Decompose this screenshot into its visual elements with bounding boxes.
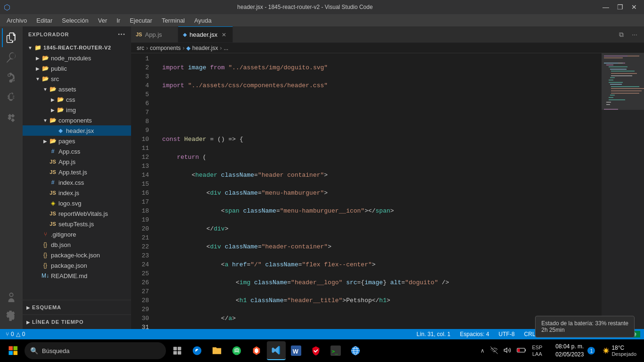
esquema-label: ESQUEMA [32, 304, 61, 310]
weather-widget[interactable]: ☀️ 18°C Despejado [599, 345, 640, 357]
menu-terminal[interactable]: Terminal [157, 16, 190, 25]
sidebar-item-css-folder[interactable]: ▶ 📂 css [23, 94, 131, 105]
menu-archivo[interactable]: Archivo [2, 16, 32, 25]
music-app-button[interactable] [227, 341, 246, 360]
svg-rect-25 [604, 109, 618, 110]
sidebar-section-esquema: ▶ ESQUEMA [23, 300, 131, 314]
sidebar-item-index-js[interactable]: JS index.js [23, 188, 131, 198]
globe-button[interactable] [346, 341, 365, 360]
taskbar-search[interactable]: 🔍 Búsqueda [25, 342, 166, 359]
sidebar-item-db-json[interactable]: {} db.json [23, 239, 131, 250]
split-editor-button[interactable]: ⧉ [616, 29, 627, 40]
menu-ejecutar[interactable]: Ejecutar [125, 16, 157, 25]
code-content[interactable]: import image from "../assets/img/doguito… [155, 53, 602, 329]
network-icon[interactable] [488, 346, 500, 355]
battery-icon[interactable] [515, 347, 528, 354]
maximize-button[interactable]: ❐ [614, 2, 626, 12]
brave-browser-button[interactable] [247, 341, 266, 360]
svg-rect-13 [609, 80, 613, 81]
tab-close-button[interactable]: ✕ [220, 31, 228, 39]
edge-browser-button[interactable] [188, 341, 206, 360]
breadcrumb-components[interactable]: components [150, 45, 181, 51]
sidebar-item-assets[interactable]: ▼ 📂 assets [23, 84, 131, 94]
tab-label-app-js: App.js [145, 31, 162, 38]
breadcrumb-symbol[interactable]: ... [223, 45, 228, 51]
menu-seleccion[interactable]: Selección [57, 16, 93, 25]
svg-rect-31 [178, 347, 182, 351]
sidebar-item-setup-tests[interactable]: JS setupTests.js [23, 219, 131, 229]
css-folder-label: css [66, 96, 75, 103]
sidebar-item-package-json[interactable]: {} package.json [23, 260, 131, 271]
components-label: components [58, 117, 92, 124]
extensions-activity-icon[interactable] [2, 107, 21, 126]
terminal-taskbar-button[interactable]: >_ [326, 341, 345, 360]
code-editor[interactable]: 12345 678910 1112131415 1617181920 21222… [131, 53, 644, 329]
js-tab-icon: JS [136, 32, 142, 37]
vscode-taskbar-button[interactable] [267, 341, 286, 360]
start-button[interactable] [4, 341, 23, 360]
git-status-item[interactable]: ⑂ 0 △ 0 [4, 331, 27, 337]
encoding-status[interactable]: UTF-8 [497, 331, 517, 337]
account-activity-icon[interactable] [2, 288, 21, 306]
status-left: ⑂ 0 △ 0 [4, 331, 27, 337]
tab-actions: ⧉ ··· [616, 26, 644, 42]
menu-ir[interactable]: Ir [112, 16, 125, 25]
sidebar-item-img-folder[interactable]: ▶ 📂 img [23, 105, 131, 115]
svg-rect-33 [178, 351, 182, 355]
sidebar-item-header-jsx[interactable]: ◆ header.jsx [23, 125, 131, 136]
sidebar-dots-button[interactable]: ··· [118, 30, 125, 39]
esquema-header[interactable]: ▶ ESQUEMA [23, 302, 131, 313]
arrow-placeholder [41, 220, 49, 228]
task-view-button[interactable] [168, 341, 187, 360]
folder-open-icon: 📂 [41, 75, 49, 82]
more-actions-button[interactable]: ··· [629, 29, 640, 40]
sidebar-item-app-test-js[interactable]: JS App.test.js [23, 167, 131, 177]
tab-app-js[interactable]: JS App.js [131, 26, 178, 42]
menu-ayuda[interactable]: Ayuda [190, 16, 216, 25]
debug-activity-icon[interactable] [2, 88, 21, 107]
explorer-activity-icon[interactable] [2, 28, 21, 47]
sidebar-item-gitignore[interactable]: ⑂ .gitignore [23, 229, 131, 239]
up-arrow-tray[interactable]: ∧ [479, 347, 487, 354]
antivirus-button[interactable] [306, 341, 325, 360]
sidebar-item-node-modules[interactable]: ▶ 📂 node_modules [23, 53, 131, 63]
sidebar-item-root[interactable]: ▼ 📁 1845-REACT-ROUTER-V2 [23, 42, 131, 53]
sidebar-item-index-css[interactable]: # index.css [23, 177, 131, 188]
file-explorer-button[interactable] [207, 341, 226, 360]
sidebar-item-app-css[interactable]: # App.css [23, 146, 131, 156]
js-file-icon: JS [49, 220, 57, 228]
sidebar-item-src[interactable]: ▼ 📂 src [23, 74, 131, 84]
spaces-status[interactable]: Espacios: 4 [458, 331, 491, 337]
clock[interactable]: 08:04 p. m. 02/05/2023 [546, 343, 584, 359]
timeline-header[interactable]: ▶ LÍNEA DE TIEMPO [23, 317, 131, 327]
language-tray[interactable]: ESP LAA [530, 344, 544, 358]
menu-ver[interactable]: Ver [93, 16, 112, 25]
svg-text:W: W [293, 348, 299, 355]
arrow-placeholder [34, 251, 41, 259]
close-button[interactable]: ✕ [628, 2, 640, 12]
volume-icon[interactable] [502, 346, 513, 355]
menu-editar[interactable]: Editar [32, 16, 57, 25]
source-control-activity-icon[interactable] [2, 68, 21, 87]
word-button[interactable]: W [287, 341, 305, 360]
sidebar-item-logo-svg[interactable]: ◈ logo.svg [23, 198, 131, 208]
sidebar-item-components[interactable]: ▼ 📂 components [23, 115, 131, 125]
breadcrumb-src[interactable]: src [137, 45, 144, 51]
tab-header-jsx[interactable]: ◆ header.jsx ✕ [178, 26, 233, 42]
line-col-status[interactable]: Lín. 31, col. 1 [414, 331, 452, 337]
sidebar-item-readme-md[interactable]: M↓ README.md [23, 271, 131, 281]
sidebar-item-report-web-vitals[interactable]: JS reportWebVitals.js [23, 208, 131, 219]
sidebar-item-pages[interactable]: ▶ 📂 pages [23, 136, 131, 146]
encoding-text: UTF-8 [499, 331, 515, 337]
search-activity-icon[interactable] [2, 48, 21, 67]
minimize-button[interactable]: — [600, 2, 612, 12]
breadcrumb-file[interactable]: ◆ header.jsx [186, 45, 218, 51]
svg-rect-20 [610, 95, 615, 96]
sidebar-item-public[interactable]: ▶ 📂 public [23, 63, 131, 74]
sidebar-item-app-js[interactable]: JS App.js [23, 156, 131, 167]
notification-button[interactable]: 1 [586, 347, 597, 354]
settings-activity-icon[interactable] [2, 306, 21, 325]
weather-info: 18°C Despejado [611, 345, 636, 357]
package-json-label: package.json [51, 262, 87, 269]
sidebar-item-package-lock-json[interactable]: {} package-lock.json [23, 250, 131, 260]
